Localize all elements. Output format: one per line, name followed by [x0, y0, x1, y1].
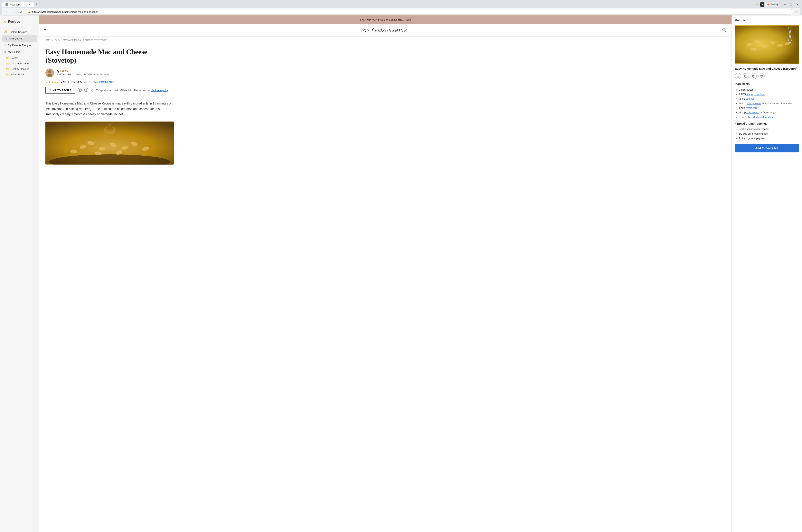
close-button[interactable]: ✕ [795, 2, 800, 7]
logo-text: Recipes [8, 20, 20, 23]
folder-healthy[interactable]: 📁 Healthy Recipes [4, 66, 37, 72]
food-photo: 🍝 [45, 121, 174, 165]
ingredient-milk: 1 cup whole milk [739, 106, 799, 110]
url-bar[interactable]: 🔒 https://joyfoodsunshine.com/homemade-m… [25, 9, 794, 15]
diet-icon-2 [743, 73, 749, 79]
folder-pastas-label: Pastas [11, 57, 18, 59]
minimize-button[interactable]: − [782, 2, 787, 7]
breadcrumb-current: EASY HOMEMADE MAC AND CHEESE (STOVETOP) [55, 39, 107, 41]
folder-italian-label: Italian Food [11, 73, 24, 76]
breadcrumb-home-link[interactable]: HOME [44, 39, 50, 41]
svg-point-32 [744, 75, 747, 77]
forward-button[interactable]: → [11, 10, 17, 15]
breadcrumb-ingredients-list: 2 tablespoons salted butter 1/2 cup dry … [735, 127, 799, 140]
svg-point-1 [48, 70, 51, 73]
folder-healthy-label: Healthy Recipes [11, 68, 29, 71]
reload-button[interactable]: ↺ [18, 9, 23, 15]
sidebar-item-explore-label: Explore Recipes [9, 31, 28, 34]
site-logo: JOY foodSUNSHINE [361, 27, 407, 33]
grid-ext-icon[interactable]: ⋮⋮ [777, 2, 781, 7]
maximize-button[interactable]: □ [789, 2, 794, 7]
folder-less-label: Less than 1 hour [11, 62, 30, 65]
garlic-link[interactable]: garlic powder [746, 102, 761, 105]
cheddar-link[interactable]: shredded cheddar cheese [747, 116, 776, 118]
author-info: By LAURA POSTED APR 22, 2019, UPDATED NO… [56, 70, 109, 76]
facebook-share-button[interactable] [84, 88, 89, 93]
sidebar: ✕ Recipes 🧭 Explore Recipes 🔍 Find Onlin… [0, 16, 39, 532]
tab-label: New Tab [10, 3, 20, 6]
sidebar-item-folders[interactable]: ⊞ My Folders [2, 49, 37, 55]
popup-ext-icon[interactable]: ↗ [754, 2, 759, 7]
favorites-icon: ♡ [3, 44, 6, 47]
tab-favicon [5, 3, 8, 6]
author-name-link[interactable]: LAURA [60, 70, 69, 73]
breadcrumb-ingredient-3: 1 pinch ground paprika [739, 136, 799, 140]
address-bar-row: ← → ↺ 🔒 https://joyfoodsunshine.com/home… [2, 8, 800, 16]
panel-title: Recipe [735, 19, 799, 22]
rating-votes-label: VOTES [84, 81, 92, 83]
rating-stars: ★★★★★ [45, 80, 59, 84]
sidebar-item-folders-label: My Folders [8, 51, 20, 53]
diet-icon-3 [750, 73, 757, 79]
diet-icon-1 [735, 73, 741, 79]
ingredient-butter: 2 TBS butter [739, 88, 799, 92]
explore-icon: 🧭 [3, 30, 7, 34]
heart-save-button[interactable]: ♡ [91, 88, 94, 93]
recipes-ext-icon[interactable]: ✕ Recipes [771, 2, 776, 7]
comments-link[interactable]: 577 COMMENTS [94, 81, 114, 83]
sidebar-item-find-online-label: Find Online [9, 37, 22, 40]
search-button[interactable]: 🔍 [722, 28, 727, 33]
article-content: Easy Homemade Mac and Cheese (Stovetop) … [39, 44, 180, 169]
url-text: https://joyfoodsunshine.com/homemade-mac… [32, 11, 790, 13]
banner-text: SIGN UP FOR FREE WEEKLY RECIPES! [360, 18, 411, 21]
rating-row: ★★★★★ 4.99 FROM 865 VOTES 577 COMMENTS [45, 80, 174, 84]
folders-icon: ⊞ [3, 50, 6, 53]
ingredient-cheddar: 2 cups shredded cheddar cheese [739, 115, 799, 119]
folder-less-icon: 📁 [6, 62, 9, 65]
svg-line-31 [737, 76, 739, 76]
article-intro: This Easy Homemade Mac and Cheese Recipe… [45, 101, 174, 117]
active-tab[interactable]: New Tab ✕ [2, 2, 34, 7]
affiliate-note: This post may contain affiliate links. P… [96, 89, 169, 92]
pinterest-share-button[interactable] [77, 88, 82, 93]
recipe-title: Easy Homemade Mac and Cheese (Stovetop) [45, 48, 174, 64]
flour-link[interactable]: all-purpose flour [747, 93, 765, 96]
folder-pastas[interactable]: 📁 Pastas [4, 55, 37, 61]
jump-to-recipe-button[interactable]: JUMP TO RECIPE [45, 87, 75, 94]
webpage-content: SIGN UP FOR FREE WEEKLY RECIPES! ≡ JOY f… [39, 16, 731, 532]
disclosure-policy-link[interactable]: disclosure policy [151, 89, 168, 92]
right-panel: Recipe [731, 16, 802, 532]
folder-less-than-hour[interactable]: 📁 Less than 1 hour [4, 61, 37, 66]
app-logo: ✕ Recipes [2, 18, 37, 26]
svg-text:🍝: 🍝 [103, 121, 117, 135]
recipe-thumbnail [735, 25, 799, 64]
folder-italian[interactable]: 📁 Italian Food [4, 72, 37, 77]
add-to-favorites-button[interactable]: Add to Favorites [735, 144, 799, 152]
author-line: By LAURA POSTED APR 22, 2019, UPDATED NO… [45, 69, 174, 77]
x-ext-icon[interactable]: ✕ [760, 2, 764, 7]
ingredient-salt: ½ tsp sea salt [739, 96, 799, 101]
sidebar-item-explore[interactable]: 🧭 Explore Recipes [2, 29, 37, 35]
bookmark-button[interactable]: ☆ [795, 10, 798, 14]
svg-point-34 [760, 75, 763, 77]
sour-cream-link[interactable]: sour cream [746, 111, 759, 114]
tab-close-button[interactable]: ✕ [29, 3, 31, 6]
back-button[interactable]: ← [4, 10, 10, 15]
folder-healthy-icon: 📁 [6, 68, 9, 71]
sidebar-item-favorites[interactable]: ♡ My Favorite Recipes [2, 42, 37, 48]
salt-link[interactable]: sea salt [746, 97, 754, 100]
breadcrumb-ingredient-1: 2 tablespoons salted butter [739, 127, 799, 131]
rating-votes: 865 [77, 81, 82, 83]
sidebar-item-favorites-label: My Favorite Recipes [8, 44, 31, 47]
folder-italian-icon: 📁 [6, 73, 9, 76]
sidebar-item-find-online[interactable]: 🔍 Find Online [2, 35, 37, 42]
hamburger-menu-button[interactable]: ≡ [44, 28, 46, 33]
new-tab-button[interactable]: + [34, 2, 39, 7]
ingredients-list: 2 TBS butter 2 TBS all-purpose flour ½ t… [735, 88, 799, 119]
rating-value: 4.99 [61, 81, 66, 83]
ingredient-garlic: ¼ tsp garlic powder (optional but recomm… [739, 101, 799, 106]
post-date: POSTED APR 22, 2019, UPDATED NOV 15, 202… [56, 73, 109, 76]
signup-banner[interactable]: SIGN UP FOR FREE WEEKLY RECIPES! [39, 16, 731, 24]
milk-link[interactable]: whole milk [746, 107, 758, 109]
site-header: ≡ JOY foodSUNSHINE 🔍 [39, 24, 731, 37]
